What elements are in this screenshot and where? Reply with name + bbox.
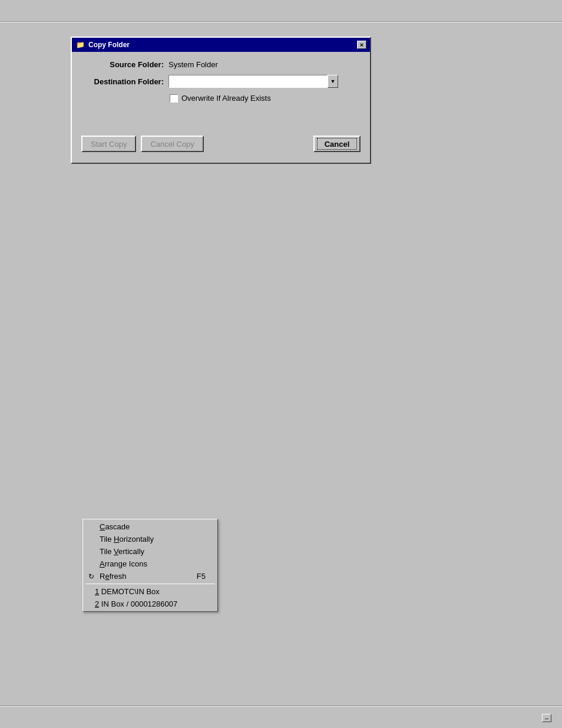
menu-item-arrange-icons[interactable]: Arrange Icons [83, 558, 217, 570]
destination-folder-row: Destination Folder: ▼ [81, 75, 361, 88]
window-1-label: 1 DEMOTC\IN Box [95, 587, 160, 596]
cascade-label: Cascade [100, 522, 130, 531]
destination-folder-label: Destination Folder: [81, 77, 164, 86]
dialog-body: Source Folder: System Folder Destination… [72, 52, 370, 163]
context-menu: Cascade Tile Horizontally Tile Verticall… [82, 519, 218, 612]
bottom-rule [0, 706, 562, 707]
refresh-label: Refresh [100, 572, 127, 581]
dialog-title-text: 📁 Copy Folder [75, 40, 130, 50]
menu-item-refresh[interactable]: ↻ Refresh F5 [83, 570, 217, 582]
overwrite-checkbox-row: Overwrite If Already Exists [170, 94, 361, 103]
refresh-icon: ↻ [87, 572, 96, 581]
window-2-label: 2 IN Box / 00001286007 [95, 599, 177, 608]
copy-folder-dialog: 📁 Copy Folder × Source Folder: System Fo… [71, 37, 371, 164]
top-rule [0, 21, 562, 22]
cancel-copy-button[interactable]: Cancel Copy [141, 136, 203, 152]
start-copy-button[interactable]: Start Copy [81, 136, 136, 152]
menu-item-window-2[interactable]: 2 IN Box / 00001286007 [83, 598, 217, 610]
progress-area [81, 108, 361, 126]
dialog-title-label: Copy Folder [88, 41, 130, 49]
menu-item-cascade[interactable]: Cascade [83, 521, 217, 533]
menu-item-window-1[interactable]: 1 DEMOTC\IN Box [83, 585, 217, 598]
destination-folder-dropdown[interactable]: ▼ [168, 75, 338, 88]
destination-folder-input[interactable] [168, 75, 328, 88]
refresh-shortcut: F5 [197, 572, 206, 581]
source-folder-label: Source Folder: [81, 60, 164, 69]
tile-horizontal-label: Tile Horizontally [100, 535, 154, 543]
cancel-button-wrapper: Cancel [313, 136, 361, 152]
menu-item-tile-vertical[interactable]: Tile Vertically [83, 545, 217, 558]
menu-item-tile-horizontal[interactable]: Tile Horizontally [83, 533, 217, 545]
source-folder-value: System Folder [168, 60, 218, 69]
overwrite-checkbox[interactable] [170, 94, 178, 103]
cancel-button[interactable]: Cancel [313, 136, 361, 152]
minimize-button[interactable]: – [542, 714, 551, 722]
arrange-icons-label: Arrange Icons [100, 559, 147, 568]
source-folder-row: Source Folder: System Folder [81, 60, 361, 69]
dialog-buttons: Start Copy Cancel Copy Cancel [81, 131, 361, 154]
folder-icon: 📁 [75, 40, 85, 50]
dropdown-arrow-button[interactable]: ▼ [328, 75, 338, 88]
menu-separator [85, 584, 215, 584]
dialog-close-button[interactable]: × [357, 41, 366, 49]
tile-vertical-label: Tile Vertically [100, 547, 144, 556]
dialog-title-bar: 📁 Copy Folder × [72, 38, 370, 52]
overwrite-label: Overwrite If Already Exists [181, 94, 271, 103]
cancel-button-inner: Cancel [317, 138, 358, 150]
